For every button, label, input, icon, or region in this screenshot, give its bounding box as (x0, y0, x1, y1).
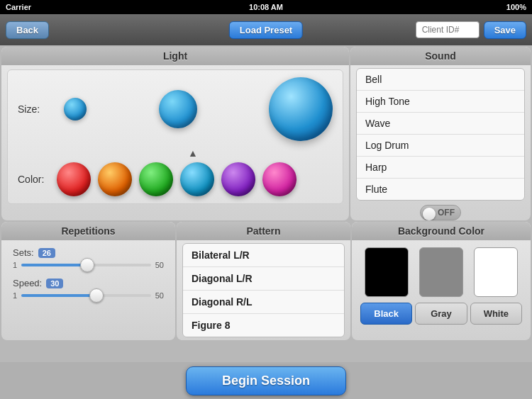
color-red-ball[interactable] (57, 162, 91, 196)
sound-item-flute[interactable]: Flute (357, 179, 524, 200)
sound-item-wave[interactable]: Wave (357, 113, 524, 135)
speed-min: 1 (13, 291, 17, 300)
bg-color-buttons: Black Gray White (352, 303, 531, 330)
swatch-white[interactable] (474, 247, 518, 297)
bottom-bar: Begin Session (0, 362, 532, 399)
speed-max: 50 (155, 291, 164, 300)
save-button[interactable]: Save (484, 21, 526, 39)
size-indicator (53, 147, 333, 159)
pattern-panel: Pattern Bilateral L/R Diagonal L/R Diago… (177, 222, 350, 340)
sound-item-log-drum[interactable]: Log Drum (357, 135, 524, 157)
repetitions-panel-title: Repetitions (1, 222, 175, 240)
begin-session-button[interactable]: Begin Session (186, 366, 346, 395)
size-small-ball[interactable] (64, 98, 87, 120)
size-large-ball[interactable] (269, 77, 333, 141)
color-pink-ball[interactable] (262, 162, 297, 196)
pattern-figure8[interactable]: Figure 8 (183, 314, 344, 337)
color-orange-ball[interactable] (98, 162, 132, 196)
pattern-panel-title: Pattern (177, 222, 350, 240)
repetitions-panel: Repetitions Sets: 26 1 50 Speed: (1, 222, 175, 340)
pattern-diagonal-lr[interactable]: Diagonal L/R (183, 267, 344, 291)
bg-swatches (352, 240, 531, 303)
time-label: 10:08 AM (249, 3, 283, 11)
background-color-panel: Background Color Black Gray White (352, 222, 531, 340)
sets-slider[interactable] (21, 264, 151, 266)
sets-max: 50 (155, 261, 164, 269)
load-preset-button[interactable]: Load Preset (229, 21, 303, 39)
sound-item-bell[interactable]: Bell (357, 69, 524, 91)
battery-label: 100% (506, 3, 526, 11)
back-button[interactable]: Back (6, 21, 49, 39)
bg-panel-title: Background Color (352, 222, 531, 240)
sound-panel: Sound Bell High Tone Wave Log Drum Harp … (350, 47, 531, 220)
sets-value: 26 (38, 248, 55, 258)
bg-btn-white[interactable]: White (470, 303, 522, 325)
toolbar: Back Load Preset Save (0, 14, 532, 45)
pattern-list: Bilateral L/R Diagonal L/R Diagonal R/L … (182, 243, 345, 337)
sound-list: Bell High Tone Wave Log Drum Harp Flute (356, 68, 525, 201)
status-bar: Carrier 10:08 AM 100% (0, 0, 532, 14)
sound-item-harp[interactable]: Harp (357, 157, 524, 179)
sound-toggle[interactable]: OFF (420, 205, 461, 220)
color-purple-ball[interactable] (221, 162, 255, 196)
size-label: Size: (18, 103, 50, 115)
swatch-black[interactable] (365, 247, 409, 297)
toggle-label: OFF (438, 208, 455, 218)
bg-btn-black[interactable]: Black (360, 303, 412, 325)
color-green-ball[interactable] (139, 162, 173, 196)
bg-btn-gray[interactable]: Gray (415, 303, 467, 325)
sets-min: 1 (13, 261, 17, 269)
color-label: Color: (18, 174, 50, 185)
carrier-label: Carrier (6, 3, 31, 11)
light-panel: Light Size: Color: (1, 47, 349, 220)
color-cyan-ball[interactable] (180, 162, 214, 196)
swatch-gray[interactable] (419, 247, 463, 297)
client-id-input[interactable] (416, 21, 480, 38)
pattern-bilateral[interactable]: Bilateral L/R (183, 244, 344, 267)
sets-label: Sets: (13, 247, 34, 258)
speed-value: 30 (46, 279, 63, 288)
speed-slider[interactable] (21, 294, 151, 297)
sound-item-high-tone[interactable]: High Tone (357, 91, 524, 113)
size-medium-ball[interactable] (159, 90, 197, 128)
speed-label: Speed: (13, 278, 42, 288)
sound-panel-title: Sound (350, 47, 531, 65)
light-panel-title: Light (1, 47, 349, 65)
pattern-diagonal-rl[interactable]: Diagonal R/L (183, 291, 344, 314)
